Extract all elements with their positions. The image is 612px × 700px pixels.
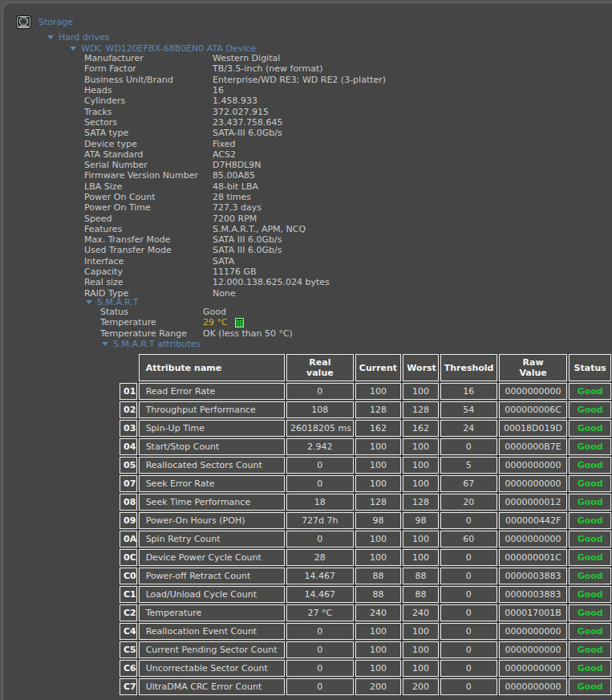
cell-real-value: 26018205 ms [286, 420, 354, 437]
property-value: 11176 GB [213, 267, 257, 277]
cell-attribute-name: Seek Error Rate [139, 475, 285, 492]
table-row: C5Current Pending Sector Count0100100000… [120, 641, 611, 658]
cell-attribute-id: C1 [120, 586, 137, 603]
cell-attribute-id: 0C [120, 549, 137, 566]
cell-worst: 98 [403, 512, 438, 529]
property-value: 23.437.758.645 [213, 117, 282, 128]
collapse-arrow-icon[interactable] [86, 300, 92, 304]
cell-worst: 100 [403, 641, 438, 658]
cell-threshold: 20 [440, 494, 497, 511]
cell-attribute-id: C4 [120, 623, 137, 640]
cell-real-value: 0 [286, 641, 354, 658]
cell-worst: 100 [403, 660, 438, 677]
cell-status: Good [569, 438, 611, 455]
cell-status: Good [569, 604, 611, 621]
cell-threshold: 0 [440, 438, 497, 455]
table-row: 07Seek Error Rate0100100670000000000Good [120, 475, 611, 492]
property-label: Used Transfer Mode [84, 245, 213, 255]
tree-item-device[interactable]: WDC WD120EFBX-68B0EN0 ATA Device [70, 43, 256, 54]
cell-real-value: 0 [286, 678, 354, 695]
cell-status: Good [569, 531, 611, 547]
property-row: Heads16 [84, 85, 386, 96]
tree-item-smart-attributes[interactable]: S.M.A.R.T attributes [102, 338, 201, 349]
table-row: 0CDevice Power Cycle Count28100100000000… [120, 549, 611, 566]
header-worst: Worst [403, 354, 438, 381]
cell-worst: 128 [403, 401, 438, 418]
smart-temperature-range-row: Temperature Range OK (less than 50 °C) [100, 328, 293, 339]
property-value: 85.00A85 [213, 170, 255, 181]
cell-threshold: 5 [440, 457, 497, 474]
cell-worst: 128 [403, 494, 438, 511]
cell-attribute-name: Power-On Hours (POH) [139, 512, 285, 529]
property-label: Heads [84, 85, 213, 96]
collapse-arrow-icon[interactable] [102, 342, 108, 346]
header-raw-value: Raw Value [499, 354, 568, 381]
cell-attribute-name: UltraDMA CRC Error Count [139, 678, 285, 695]
tree-label-device[interactable]: WDC WD120EFBX-68B0EN0 ATA Device [81, 43, 256, 54]
cell-real-value: 0 [286, 383, 354, 400]
table-row: C1Load/Unload Cycle Count14.467888800000… [120, 586, 611, 603]
cell-current: 100 [355, 641, 402, 658]
cell-current: 100 [355, 549, 402, 566]
property-value: S.M.A.R.T., APM, NCQ [213, 224, 306, 234]
tree-label-smart[interactable]: S.M.A.R.T [97, 297, 139, 307]
property-value: 28 times [213, 192, 251, 202]
cell-attribute-id: 02 [120, 401, 137, 418]
property-row: FeaturesS.M.A.R.T., APM, NCQ [84, 224, 386, 234]
table-row: 05Reallocated Sectors Count0100100500000… [120, 457, 611, 474]
cell-attribute-name: Throughput Performance [139, 401, 285, 418]
property-value: TB/3.5-inch (new format) [213, 63, 323, 74]
smart-summary-list: Status Good Temperature 29 °C Temperatur… [100, 307, 293, 339]
cell-worst: 200 [403, 678, 438, 695]
tree-item-smart[interactable]: S.M.A.R.T [86, 296, 139, 307]
smart-temperature-range-value: OK (less than 50 °C) [203, 328, 293, 339]
cell-current: 162 [355, 420, 402, 437]
property-row: Power On Time727,3 days [84, 202, 386, 213]
property-value: Western Digital [213, 53, 280, 63]
property-value: 727,3 days [213, 202, 261, 213]
table-row: C4Reallocation Event Count01001000000000… [120, 623, 611, 640]
cell-raw-value: 000000001C [499, 549, 568, 566]
property-value: 48-bit LBA [213, 181, 258, 192]
property-value: 7200 RPM [213, 214, 257, 224]
cell-attribute-name: Power-off Retract Count [139, 568, 285, 584]
property-row: LBA Size48-bit LBA [84, 181, 386, 192]
header-threshold: Threshold [440, 354, 497, 381]
cell-raw-value: 0000000012 [499, 494, 568, 511]
cell-real-value: 14.467 [286, 586, 354, 603]
tree-label-storage[interactable]: Storage [39, 17, 73, 27]
table-row: 02Throughput Performance1081281285400000… [120, 401, 611, 418]
cell-raw-value: 0000000000 [499, 660, 568, 677]
property-row: Power On Count28 times [84, 192, 386, 202]
property-label: Manufacturer [84, 53, 213, 63]
cell-worst: 100 [403, 531, 438, 547]
collapse-arrow-icon[interactable] [70, 47, 76, 51]
property-label: Power On Count [84, 192, 213, 202]
system-info-screen: Storage Hard drives WDC WD120EFBX-68B0EN… [0, 0, 612, 700]
tree-item-hard-drives[interactable]: Hard drives [47, 31, 109, 43]
property-label: Cylinders [84, 96, 213, 106]
cell-threshold: 67 [440, 475, 497, 492]
tree-label-hard-drives[interactable]: Hard drives [59, 32, 109, 43]
cell-attribute-id: 09 [120, 512, 137, 529]
cell-attribute-name: Spin-Up Time [139, 420, 285, 437]
smart-status-row: Status Good [100, 307, 293, 317]
property-label: Power On Time [84, 202, 213, 213]
property-row: Tracks372.027.915 [84, 106, 386, 116]
tree-label-smart-attributes[interactable]: S.M.A.R.T attributes [113, 339, 201, 349]
cell-attribute-id: 0A [120, 531, 137, 547]
cell-real-value: 28 [286, 549, 354, 566]
property-value: SATA [213, 256, 234, 267]
property-label: Serial Number [84, 160, 213, 170]
collapse-arrow-icon[interactable] [47, 35, 54, 39]
cell-attribute-id: 03 [120, 420, 137, 437]
cell-raw-value: 0000000000 [499, 623, 568, 640]
tree-item-storage[interactable]: Storage [16, 14, 73, 30]
cell-current: 100 [355, 660, 402, 677]
cell-raw-value: 000000442F [499, 512, 568, 529]
table-row: C2Temperature27 °C2402400000017001BGood [120, 604, 611, 621]
property-label: LBA Size [84, 181, 213, 192]
cell-attribute-name: Start/Stop Count [139, 438, 285, 455]
cell-status: Good [569, 401, 611, 418]
cell-worst: 240 [403, 604, 438, 621]
